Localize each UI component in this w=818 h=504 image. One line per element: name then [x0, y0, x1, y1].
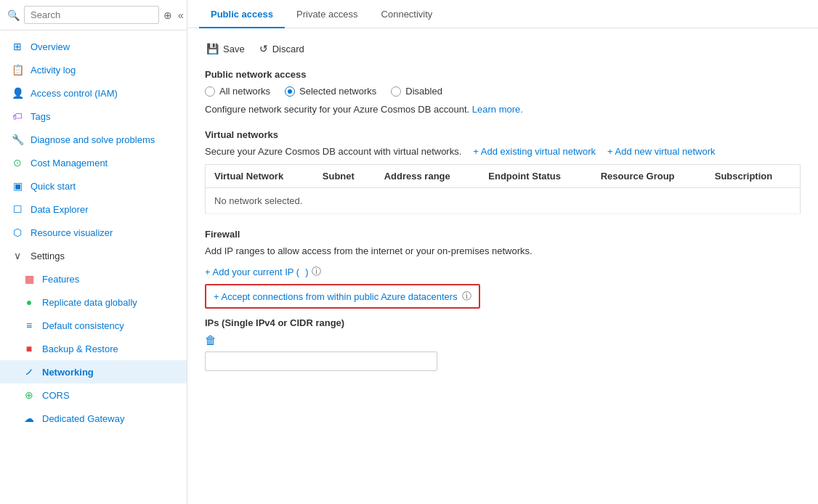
add-existing-vnet-button[interactable]: + Add existing virtual network: [473, 146, 596, 157]
save-button[interactable]: 💾 Save: [205, 40, 246, 57]
tab-private-access[interactable]: Private access: [285, 0, 370, 28]
networking-icon: ⟋: [23, 366, 35, 378]
dedicated-gateway-icon: ☁: [23, 412, 35, 424]
sidebar-item-label-settings: Settings: [31, 251, 175, 261]
sidebar-item-settings: ∨ Settings: [0, 244, 187, 267]
public-network-access-title: Public network access: [205, 69, 801, 80]
col-subnet: Subnet: [314, 165, 376, 188]
virtual-networks-table: Virtual Network Subnet Address range End…: [205, 164, 801, 214]
resource-visualizer-icon: ⬡: [12, 227, 23, 238]
virtual-networks-section: Virtual networks Secure your Azure Cosmo…: [205, 129, 801, 214]
discard-button[interactable]: ↺ Discard: [258, 40, 306, 57]
tags-icon: 🏷: [12, 110, 23, 122]
network-info-text: Configure network security for your Azur…: [205, 104, 801, 115]
sidebar-item-label-dedicated-gateway: Dedicated Gateway: [42, 413, 175, 424]
sidebar-item-resource-visualizer[interactable]: ⬡ Resource visualizer: [0, 221, 187, 244]
search-icon: 🔍: [7, 9, 20, 21]
sidebar-item-access-control[interactable]: 👤 Access control (IAM): [0, 81, 187, 105]
content-area: 💾 Save ↺ Discard Public network access A…: [187, 28, 818, 504]
all-networks-option[interactable]: All networks: [205, 86, 270, 97]
disabled-label: Disabled: [405, 86, 442, 97]
sidebar-item-activity-log[interactable]: 📋 Activity log: [0, 58, 187, 81]
sidebar-item-overview[interactable]: ⊞ Overview: [0, 35, 187, 58]
sidebar-item-networking[interactable]: ⟋ Networking: [0, 360, 187, 383]
default-consistency-icon: ≡: [23, 320, 35, 331]
backup-restore-icon: ■: [23, 343, 35, 354]
quick-start-icon: ▣: [12, 180, 23, 192]
firewall-title: Firewall: [205, 229, 801, 240]
sidebar-item-label-cost-management: Cost Management: [31, 158, 175, 168]
public-network-access-section: Public network access All networks Selec…: [205, 69, 801, 115]
sidebar-item-label-data-explorer: Data Explorer: [31, 204, 175, 215]
sidebar-item-data-explorer[interactable]: ☐ Data Explorer: [0, 198, 187, 221]
delete-ip-icon[interactable]: 🗑: [205, 334, 216, 347]
sidebar-item-label-access-control: Access control (IAM): [31, 88, 175, 99]
main-content: Public accessPrivate accessConnectivity …: [187, 0, 818, 504]
sidebar-item-dedicated-gateway[interactable]: ☁ Dedicated Gateway: [0, 407, 187, 430]
no-network-row: No network selected.: [206, 188, 801, 214]
sidebar-item-label-overview: Overview: [31, 41, 175, 52]
settings-icon: ∨: [12, 250, 23, 261]
sidebar-item-label-replicate-data: Replicate data globally: [42, 297, 175, 308]
sidebar-item-label-resource-visualizer: Resource visualizer: [31, 227, 175, 238]
firewall-description: Add IP ranges to allow access from the i…: [205, 245, 801, 256]
vnet-actions-row: Secure your Azure Cosmos DB account with…: [205, 146, 801, 157]
sidebar-item-features[interactable]: ▦ Features: [0, 267, 187, 290]
sidebar-item-quick-start[interactable]: ▣ Quick start: [0, 174, 187, 198]
sidebar-item-diagnose[interactable]: 🔧 Diagnose and solve problems: [0, 128, 187, 151]
sidebar: 🔍 ⊕ « ⊞ Overview 📋 Activity log 👤 Access…: [0, 0, 187, 504]
sidebar-header-icons: ⊕ «: [163, 9, 184, 21]
add-ip-info-icon: ⓘ: [312, 265, 321, 278]
sidebar-item-backup-restore[interactable]: ■ Backup & Restore: [0, 337, 187, 360]
pin-icon[interactable]: ⊕: [163, 9, 172, 21]
access-control-icon: 👤: [12, 87, 23, 99]
network-access-radio-group: All networks Selected networks Disabled: [205, 86, 801, 97]
sidebar-item-label-tags: Tags: [31, 111, 175, 122]
no-network-text: No network selected.: [206, 188, 801, 214]
tab-connectivity[interactable]: Connectivity: [370, 0, 445, 28]
accept-connections-info-icon: ⓘ: [462, 290, 471, 303]
learn-more-link[interactable]: Learn more.: [472, 104, 523, 115]
col-resource-group: Resource Group: [592, 165, 706, 188]
col-endpoint-status: Endpoint Status: [479, 165, 591, 188]
ip-input[interactable]: [205, 351, 437, 371]
collapse-icon[interactable]: «: [178, 9, 184, 21]
tab-public-access[interactable]: Public access: [199, 0, 285, 28]
col-subscription: Subscription: [706, 165, 801, 188]
vnet-description: Secure your Azure Cosmos DB account with…: [205, 146, 461, 157]
cost-management-icon: ⊙: [12, 157, 23, 168]
cors-icon: ⊕: [23, 389, 35, 401]
sidebar-item-label-backup-restore: Backup & Restore: [42, 344, 175, 354]
all-networks-radio[interactable]: [205, 86, 215, 97]
search-input[interactable]: [24, 6, 159, 24]
add-new-vnet-button[interactable]: + Add new virtual network: [607, 146, 716, 157]
ips-label: IPs (Single IPv4 or CIDR range): [205, 317, 801, 328]
vnet-header-row: Virtual networks: [205, 129, 801, 140]
toolbar: 💾 Save ↺ Discard: [205, 40, 801, 57]
sidebar-item-label-diagnose: Diagnose and solve problems: [31, 134, 175, 145]
sidebar-item-tags[interactable]: 🏷 Tags: [0, 105, 187, 128]
add-current-ip-button[interactable]: + Add your current IP ( ) ⓘ: [205, 265, 321, 278]
disabled-option[interactable]: Disabled: [391, 86, 442, 97]
table-header-row: Virtual Network Subnet Address range End…: [206, 165, 801, 188]
save-icon: 💾: [206, 43, 219, 54]
sidebar-item-cors[interactable]: ⊕ CORS: [0, 383, 187, 407]
ips-row: 🗑: [205, 334, 801, 347]
sidebar-item-cost-management[interactable]: ⊙ Cost Management: [0, 151, 187, 174]
sidebar-item-replicate-data[interactable]: ● Replicate data globally: [0, 290, 187, 314]
overview-icon: ⊞: [12, 41, 23, 52]
replicate-data-icon: ●: [23, 296, 35, 308]
selected-networks-option[interactable]: Selected networks: [285, 86, 376, 97]
sidebar-navigation: ⊞ Overview 📋 Activity log 👤 Access contr…: [0, 31, 187, 434]
sidebar-item-label-activity-log: Activity log: [31, 65, 175, 76]
accept-connections-link[interactable]: + Accept connections from within public …: [214, 291, 458, 302]
sidebar-item-label-features: Features: [42, 274, 175, 285]
sidebar-item-label-quick-start: Quick start: [31, 181, 175, 192]
col-address-range: Address range: [376, 165, 480, 188]
search-box: 🔍 ⊕ «: [0, 0, 187, 31]
firewall-section: Firewall Add IP ranges to allow access f…: [205, 229, 801, 371]
data-explorer-icon: ☐: [12, 203, 23, 215]
sidebar-item-default-consistency[interactable]: ≡ Default consistency: [0, 314, 187, 337]
selected-networks-radio[interactable]: [285, 86, 295, 97]
disabled-radio[interactable]: [391, 86, 401, 97]
